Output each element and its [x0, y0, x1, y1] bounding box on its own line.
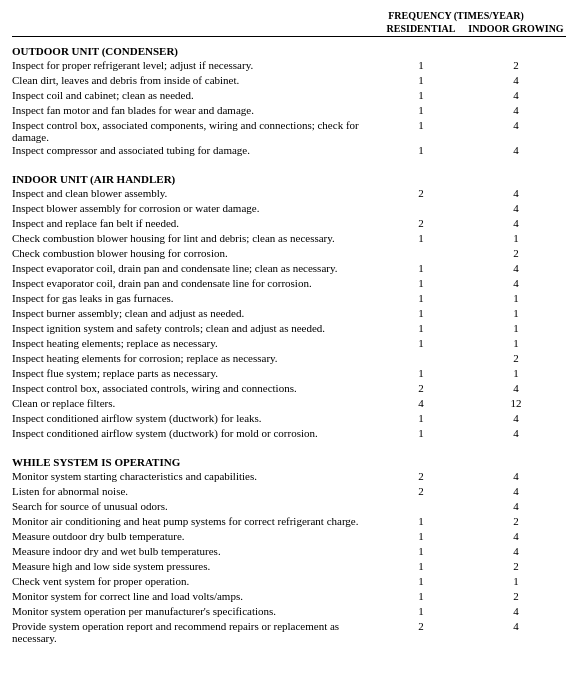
residential-column-header: RESIDENTIAL — [376, 23, 466, 34]
table-row: Inspect evaporator coil, drain pan and c… — [12, 262, 566, 276]
row-indoor-value: 4 — [466, 74, 566, 86]
row-indoor-value: 4 — [466, 217, 566, 229]
row-label: Check combustion blower housing for lint… — [12, 232, 376, 244]
row-label: Clean or replace filters. — [12, 397, 376, 409]
row-label: Monitor system operation per manufacture… — [12, 605, 376, 617]
row-residential-value: 1 — [376, 427, 466, 439]
row-label: Inspect conditioned airflow system (duct… — [12, 412, 376, 424]
row-indoor-value: 4 — [466, 104, 566, 116]
row-label: Monitor system for correct line and load… — [12, 590, 376, 602]
row-indoor-value: 1 — [466, 307, 566, 319]
row-label: Inspect ignition system and safety contr… — [12, 322, 376, 334]
table-row: Monitor system operation per manufacture… — [12, 605, 566, 619]
row-indoor-value: 1 — [466, 322, 566, 334]
row-label: Listen for abnormal noise. — [12, 485, 376, 497]
row-indoor-value: 4 — [466, 262, 566, 274]
table-row: Measure outdoor dry bulb temperature.14 — [12, 530, 566, 544]
row-label: Inspect flue system; replace parts as ne… — [12, 367, 376, 379]
row-residential-value: 1 — [376, 119, 466, 131]
row-label: Inspect for proper refrigerant level; ad… — [12, 59, 376, 71]
section-title-1: INDOOR UNIT (AIR HANDLER) — [12, 173, 566, 185]
row-label: Inspect burner assembly; clean and adjus… — [12, 307, 376, 319]
row-indoor-value: 2 — [466, 352, 566, 364]
row-residential-value: 1 — [376, 575, 466, 587]
row-indoor-value: 4 — [466, 470, 566, 482]
row-label: Inspect evaporator coil, drain pan and c… — [12, 262, 376, 274]
row-label: Inspect control box, associated componen… — [12, 119, 376, 143]
row-label: Inspect and clean blower assembly. — [12, 187, 376, 199]
row-indoor-value: 4 — [466, 382, 566, 394]
row-indoor-value: 1 — [466, 232, 566, 244]
row-indoor-value: 4 — [466, 620, 566, 632]
frequency-header: FREQUENCY (TIMES/YEAR) — [346, 10, 566, 21]
table-row: Check vent system for proper operation.1… — [12, 575, 566, 589]
table-row: Inspect control box, associated componen… — [12, 119, 566, 143]
row-label: Inspect compressor and associated tubing… — [12, 144, 376, 156]
section-title-0: OUTDOOR UNIT (CONDENSER) — [12, 45, 566, 57]
row-indoor-value: 4 — [466, 89, 566, 101]
row-indoor-value: 12 — [466, 397, 566, 409]
row-indoor-value: 4 — [466, 605, 566, 617]
table-row: Inspect and clean blower assembly.24 — [12, 187, 566, 201]
row-residential-value: 1 — [376, 104, 466, 116]
table-row: Inspect coil and cabinet; clean as neede… — [12, 89, 566, 103]
row-indoor-value: 2 — [466, 515, 566, 527]
row-indoor-value: 4 — [466, 485, 566, 497]
row-label: Monitor air conditioning and heat pump s… — [12, 515, 376, 527]
row-label: Check vent system for proper operation. — [12, 575, 376, 587]
row-indoor-value: 2 — [466, 590, 566, 602]
row-residential-value: 2 — [376, 187, 466, 199]
row-residential-value: 1 — [376, 605, 466, 617]
table-row: Inspect burner assembly; clean and adjus… — [12, 307, 566, 321]
table-row: Inspect control box, associated controls… — [12, 382, 566, 396]
row-indoor-value: 2 — [466, 247, 566, 259]
row-residential-value: 1 — [376, 89, 466, 101]
row-residential-value: 1 — [376, 292, 466, 304]
row-label: Inspect control box, associated controls… — [12, 382, 376, 394]
frequency-header-row: FREQUENCY (TIMES/YEAR) — [12, 10, 566, 21]
table-row: Inspect heating elements for corrosion; … — [12, 352, 566, 366]
row-label: Clean dirt, leaves and debris from insid… — [12, 74, 376, 86]
row-residential-value: 1 — [376, 515, 466, 527]
row-residential-value: 2 — [376, 470, 466, 482]
row-residential-value: 1 — [376, 590, 466, 602]
row-indoor-value: 4 — [466, 427, 566, 439]
row-indoor-value: 4 — [466, 277, 566, 289]
row-indoor-value: 1 — [466, 292, 566, 304]
table-row: Measure indoor dry and wet bulb temperat… — [12, 545, 566, 559]
row-label: Inspect evaporator coil, drain pan and c… — [12, 277, 376, 289]
row-label: Measure high and low side system pressur… — [12, 560, 376, 572]
row-residential-value: 2 — [376, 620, 466, 632]
row-residential-value: 1 — [376, 277, 466, 289]
row-residential-value: 2 — [376, 485, 466, 497]
row-indoor-value: 1 — [466, 337, 566, 349]
table-row: Inspect conditioned airflow system (duct… — [12, 427, 566, 441]
table-row: Inspect evaporator coil, drain pan and c… — [12, 277, 566, 291]
sections-container: OUTDOOR UNIT (CONDENSER)Inspect for prop… — [12, 45, 566, 644]
row-residential-value: 1 — [376, 560, 466, 572]
row-residential-value: 1 — [376, 144, 466, 156]
row-residential-value: 1 — [376, 530, 466, 542]
table-row: Clean dirt, leaves and debris from insid… — [12, 74, 566, 88]
row-residential-value: 1 — [376, 59, 466, 71]
row-indoor-value: 4 — [466, 545, 566, 557]
row-indoor-value: 4 — [466, 144, 566, 156]
table-row: Listen for abnormal noise.24 — [12, 485, 566, 499]
row-label: Inspect fan motor and fan blades for wea… — [12, 104, 376, 116]
row-indoor-value: 2 — [466, 59, 566, 71]
table-row: Inspect fan motor and fan blades for wea… — [12, 104, 566, 118]
row-label: Provide system operation report and reco… — [12, 620, 376, 644]
row-residential-value: 1 — [376, 322, 466, 334]
row-indoor-value: 4 — [466, 187, 566, 199]
row-residential-value: 1 — [376, 367, 466, 379]
row-label: Measure outdoor dry bulb temperature. — [12, 530, 376, 542]
row-label: Inspect for gas leaks in gas furnaces. — [12, 292, 376, 304]
table-row: Monitor system starting characteristics … — [12, 470, 566, 484]
row-residential-value: 1 — [376, 337, 466, 349]
row-indoor-value: 1 — [466, 575, 566, 587]
row-indoor-value: 4 — [466, 202, 566, 214]
row-residential-value: 2 — [376, 217, 466, 229]
row-indoor-value: 4 — [466, 530, 566, 542]
table-row: Check combustion blower housing for corr… — [12, 247, 566, 261]
row-residential-value: 1 — [376, 412, 466, 424]
